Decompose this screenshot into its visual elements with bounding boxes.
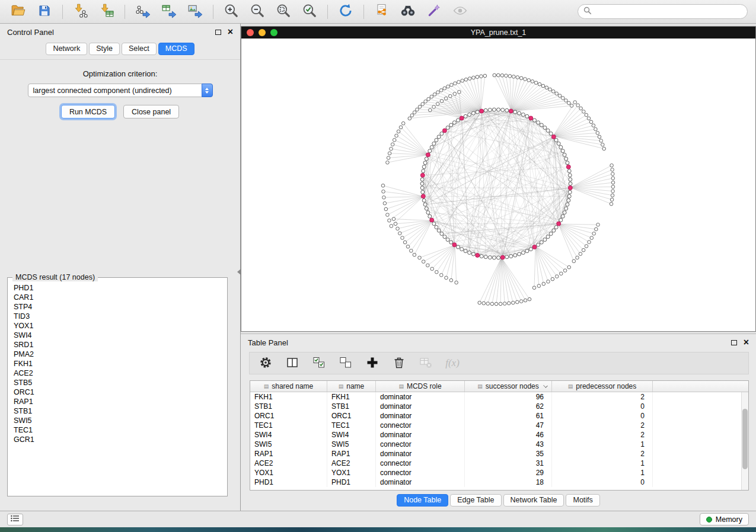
mcds-node-item[interactable]: GCR1 <box>14 435 227 444</box>
deselect-all-rows-button[interactable] <box>338 355 353 371</box>
window-close-icon[interactable] <box>247 29 254 36</box>
mcds-node-item[interactable]: SRD1 <box>14 340 227 350</box>
mcds-node-item[interactable]: SWI4 <box>14 331 227 340</box>
toggle-columns-button[interactable] <box>285 355 300 371</box>
save-session-button[interactable] <box>32 2 57 21</box>
cell-succ: 29 <box>465 468 552 477</box>
new-column-button[interactable] <box>365 355 380 371</box>
import-network-button[interactable] <box>68 2 93 21</box>
fx-icon: f(x) <box>445 357 460 369</box>
tab-style[interactable]: Style <box>89 43 120 55</box>
table-row[interactable]: ORC1ORC1dominator610 <box>250 411 748 421</box>
close-panel-button[interactable]: Close panel <box>123 105 179 118</box>
mcds-node-item[interactable]: STB5 <box>14 378 227 387</box>
column-header-shared-name[interactable]: ▤shared name <box>250 381 327 392</box>
close-table-panel-icon[interactable]: × <box>744 338 749 347</box>
mcds-node-item[interactable]: YOX1 <box>14 321 227 331</box>
tab-network[interactable]: Network <box>46 43 87 55</box>
mcds-node-item[interactable]: TEC1 <box>14 425 227 435</box>
import-table-button[interactable] <box>94 2 119 21</box>
mcds-node-item[interactable]: PMA2 <box>14 350 227 359</box>
column-header-name[interactable]: ▤name <box>327 381 376 392</box>
status-menu-button[interactable] <box>7 514 23 525</box>
network-graph[interactable] <box>241 39 755 331</box>
open-file-button[interactable] <box>6 2 31 21</box>
tab-select[interactable]: Select <box>122 43 157 55</box>
annotation-pen-button[interactable] <box>422 2 446 21</box>
zoom-selected-icon <box>302 3 317 20</box>
cell-shared-name: ORC1 <box>250 411 327 421</box>
mcds-node-item[interactable]: ORC1 <box>14 387 227 397</box>
table-row[interactable]: SWI4SWI4dominator462 <box>250 430 748 440</box>
global-search-box[interactable] <box>578 4 748 19</box>
delete-column-button[interactable] <box>391 355 407 371</box>
mcds-node-item[interactable]: CAR1 <box>14 293 227 302</box>
tab-mcds[interactable]: MCDS <box>158 43 194 55</box>
mcds-node-item[interactable]: FKH1 <box>14 359 227 368</box>
table-row[interactable]: PHD1PHD1dominator180 <box>250 477 748 487</box>
mcds-node-item[interactable]: RAP1 <box>14 397 227 406</box>
export-network-button[interactable] <box>130 2 155 21</box>
window-zoom-icon[interactable] <box>270 29 277 36</box>
mcds-node-item[interactable]: TID3 <box>14 312 227 321</box>
float-panel-icon[interactable] <box>215 30 221 35</box>
memory-button[interactable]: Memory <box>700 513 749 525</box>
floppy-disk-icon <box>37 4 52 20</box>
optimization-criterion-select[interactable]: largest connected component (undirected) <box>28 84 213 97</box>
export-document-button[interactable] <box>369 2 394 21</box>
tab-edge-table[interactable]: Edge Table <box>450 494 501 507</box>
table-row[interactable]: STB1STB1dominator620 <box>250 402 748 411</box>
table-row[interactable]: RAP1RAP1dominator352 <box>250 449 748 459</box>
search-network-button[interactable] <box>395 2 420 21</box>
dropdown-stepper-icon <box>202 84 213 97</box>
table-row[interactable]: SWI5SWI5connector431 <box>250 440 748 449</box>
column-label: MCDS role <box>407 382 442 390</box>
zoom-selected-button[interactable] <box>297 2 322 21</box>
search-input[interactable] <box>595 7 742 17</box>
cell-name: SWI5 <box>327 440 376 449</box>
column-header-predecessor-nodes[interactable]: ▤predecessor nodes <box>552 381 653 392</box>
close-panel-icon[interactable]: × <box>228 27 233 37</box>
chevron-down-icon[interactable] <box>543 383 548 388</box>
mcds-node-item[interactable]: SWI5 <box>14 416 227 425</box>
cell-role: dominator <box>376 402 465 411</box>
export-image-button[interactable] <box>183 2 208 21</box>
table-scrollbar[interactable] <box>741 392 748 490</box>
mcds-node-item[interactable]: PHD1 <box>14 283 227 293</box>
table-row[interactable]: TEC1TEC1connector472 <box>250 421 748 430</box>
desktop-wallpaper-strip <box>0 527 756 532</box>
apply-layout-button[interactable] <box>333 2 358 21</box>
cell-succ: 43 <box>465 440 552 449</box>
export-table-button[interactable] <box>157 2 181 21</box>
cell-filler <box>653 477 748 487</box>
tab-node-table[interactable]: Node Table <box>397 494 448 507</box>
network-canvas[interactable] <box>241 39 755 331</box>
zoom-out-button[interactable] <box>245 2 270 21</box>
table-row[interactable]: FKH1FKH1dominator962 <box>250 392 748 402</box>
column-label: successor nodes <box>486 382 539 390</box>
run-mcds-button[interactable]: Run MCDS <box>61 105 115 118</box>
wand-icon <box>426 3 442 20</box>
table-header-row: ▤shared name▤name▤MCDS role▤successor no… <box>250 381 748 392</box>
column-header-successor-nodes[interactable]: ▤successor nodes <box>465 381 552 392</box>
cell-filler <box>653 392 748 402</box>
float-table-panel-icon[interactable] <box>731 340 737 345</box>
select-all-rows-button[interactable] <box>311 355 327 371</box>
table-row[interactable]: ACE2ACE2connector311 <box>250 459 748 468</box>
cell-pred: 1 <box>552 468 653 477</box>
tab-motifs[interactable]: Motifs <box>566 494 599 507</box>
window-minimize-icon[interactable] <box>259 29 266 36</box>
cell-succ: 46 <box>465 430 552 440</box>
cell-succ: 96 <box>465 392 552 402</box>
table-settings-button[interactable] <box>258 355 273 371</box>
network-window-titlebar[interactable]: YPA_prune.txt_1 <box>241 27 755 39</box>
zoom-in-button[interactable] <box>219 2 244 21</box>
zoom-fit-button[interactable] <box>271 2 296 21</box>
mcds-node-item[interactable]: STP4 <box>14 302 227 312</box>
column-header-mcds-role[interactable]: ▤MCDS role <box>376 381 465 392</box>
scrollbar-thumb[interactable] <box>742 409 748 469</box>
tab-network-table[interactable]: Network Table <box>503 494 564 507</box>
mcds-node-item[interactable]: STB1 <box>14 406 227 416</box>
table-row[interactable]: YOX1YOX1connector291 <box>250 468 748 477</box>
mcds-node-item[interactable]: ACE2 <box>14 368 227 378</box>
